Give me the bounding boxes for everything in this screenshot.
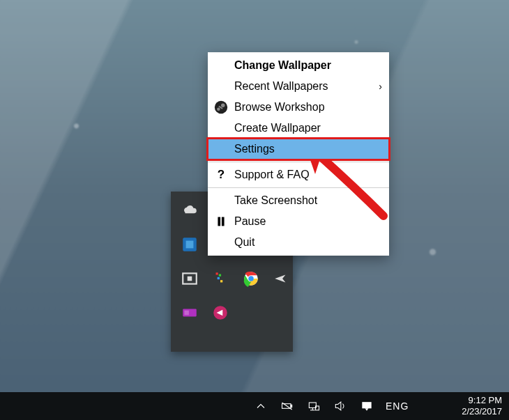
wallpaper-engine-context-menu: Change Wallpaper Recent Wallpapers › Bro… bbox=[208, 52, 389, 256]
clock-date: 2/23/2017 bbox=[462, 406, 502, 417]
submenu-arrow-icon: › bbox=[379, 81, 382, 92]
menu-separator bbox=[208, 162, 389, 162]
menu-quit[interactable]: Quit bbox=[208, 232, 389, 253]
svg-point-14 bbox=[221, 104, 225, 108]
tray-chevron-icon[interactable] bbox=[252, 397, 270, 415]
clock-time: 9:12 PM bbox=[462, 395, 502, 406]
volume-icon[interactable] bbox=[331, 397, 349, 415]
blank-icon bbox=[213, 193, 229, 208]
tray-recorder-icon[interactable] bbox=[178, 301, 202, 325]
network-icon[interactable] bbox=[305, 397, 323, 415]
menu-item-label: Recent Wallpapers bbox=[234, 80, 379, 93]
tray-pixel-app-icon[interactable] bbox=[208, 267, 232, 290]
pause-icon bbox=[213, 214, 229, 229]
desktop-background: Change Wallpaper Recent Wallpapers › Bro… bbox=[0, 0, 509, 420]
menu-pause[interactable]: Pause bbox=[208, 211, 389, 232]
svg-rect-7 bbox=[220, 280, 222, 282]
menu-recent-wallpapers[interactable]: Recent Wallpapers › bbox=[208, 76, 389, 97]
tray-jet-icon[interactable] bbox=[270, 267, 294, 290]
language-indicator[interactable]: ENG bbox=[386, 400, 409, 412]
svg-point-15 bbox=[217, 107, 220, 111]
blank-icon bbox=[213, 79, 229, 94]
svg-rect-26 bbox=[362, 402, 371, 408]
blank-icon bbox=[213, 120, 229, 136]
tray-wallpaper-engine-icon[interactable] bbox=[178, 267, 202, 290]
svg-rect-1 bbox=[186, 241, 194, 249]
menu-item-label: Take Screenshot bbox=[234, 194, 382, 207]
menu-item-label: Browse Workshop bbox=[234, 101, 382, 114]
svg-rect-6 bbox=[218, 277, 220, 279]
menu-separator bbox=[208, 187, 389, 188]
svg-rect-3 bbox=[188, 277, 192, 281]
tray-onedrive-icon[interactable] bbox=[178, 199, 202, 222]
blank-icon bbox=[213, 235, 229, 250]
action-center-icon[interactable] bbox=[358, 397, 376, 415]
menu-item-label: Pause bbox=[234, 215, 382, 228]
question-icon: ? bbox=[213, 167, 229, 182]
menu-item-label: Change Wallpaper bbox=[234, 59, 382, 72]
svg-rect-5 bbox=[219, 274, 221, 277]
menu-browse-workshop[interactable]: Browse Workshop bbox=[208, 97, 389, 118]
battery-icon[interactable] bbox=[278, 397, 296, 415]
svg-rect-22 bbox=[309, 403, 316, 408]
menu-item-label: Support & FAQ bbox=[234, 169, 382, 181]
svg-point-9 bbox=[248, 276, 254, 281]
svg-rect-20 bbox=[291, 405, 292, 407]
svg-rect-18 bbox=[222, 217, 225, 226]
menu-support-faq[interactable]: ? Support & FAQ bbox=[208, 164, 389, 185]
steam-icon bbox=[213, 100, 229, 115]
svg-rect-11 bbox=[184, 311, 189, 316]
tray-circle-app-icon[interactable] bbox=[208, 301, 232, 325]
taskbar-clock[interactable]: 9:12 PM 2/23/2017 bbox=[462, 395, 502, 417]
menu-item-label: Quit bbox=[234, 236, 382, 249]
taskbar: ENG 9:12 PM 2/23/2017 bbox=[0, 392, 509, 420]
blank-icon bbox=[213, 58, 229, 73]
menu-settings[interactable]: Settings bbox=[208, 139, 389, 160]
menu-change-wallpaper[interactable]: Change Wallpaper bbox=[208, 55, 389, 76]
tray-chrome-icon[interactable] bbox=[239, 267, 263, 290]
svg-rect-17 bbox=[218, 217, 220, 226]
menu-create-wallpaper[interactable]: Create Wallpaper bbox=[208, 118, 389, 139]
svg-rect-4 bbox=[216, 272, 218, 274]
menu-item-label: Settings bbox=[234, 143, 382, 155]
menu-take-screenshot[interactable]: Take Screenshot bbox=[208, 190, 389, 211]
tray-intel-icon[interactable] bbox=[178, 233, 202, 256]
menu-item-label: Create Wallpaper bbox=[234, 122, 382, 134]
blank-icon bbox=[213, 141, 229, 157]
